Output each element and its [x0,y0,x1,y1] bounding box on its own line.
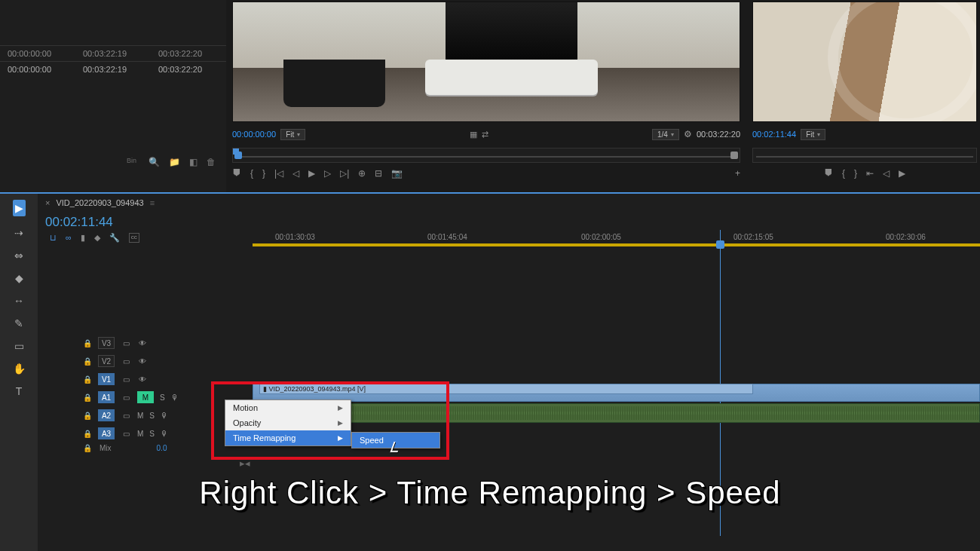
mute-button[interactable]: M [137,412,143,420]
folder-icon[interactable]: 📁 [169,157,180,167]
program-timecode[interactable]: 00:02:11:44 [752,130,796,139]
ruler-tick: 00:01:45:04 [427,233,467,241]
add-button-icon[interactable]: + [735,168,740,179]
mute-button[interactable]: M [137,430,143,438]
lock-icon[interactable]: 🔒 [83,412,92,420]
program-preview[interactable] [752,2,977,122]
overwrite-icon[interactable]: ⊟ [375,168,382,179]
eye-icon[interactable]: 👁 [137,339,148,347]
settings-icon[interactable]: ⚙ [684,129,692,139]
razor-tool-icon[interactable]: ◆ [15,272,23,284]
marker-tool-icon[interactable]: ▮ [81,233,85,243]
lock-icon[interactable]: 🔒 [83,357,92,366]
mic-icon[interactable]: 🎙 [171,393,179,402]
source-preview[interactable] [232,2,740,122]
wrench-icon[interactable]: 🔧 [109,233,120,243]
mark-in-icon[interactable]: ⛊ [824,168,833,179]
track-v2[interactable]: V2 [98,355,115,367]
overlay-icon[interactable]: ⇄ [482,130,488,139]
bracket-in-icon[interactable]: { [250,168,253,179]
step-back-icon[interactable]: ◁ [883,168,890,179]
sequence-tab[interactable]: VID_20220903_094943 [56,198,143,207]
sync-lock-icon[interactable]: ▭ [121,357,131,366]
play-icon[interactable]: ▶ [308,168,315,179]
sync-lock-icon[interactable]: ▭ [121,375,131,384]
go-to-in-icon[interactable]: |◁ [274,168,283,179]
bracket-in-icon[interactable]: { [842,168,845,179]
program-zoom-dropdown[interactable]: Fit [801,129,825,140]
lock-icon[interactable]: 🔒 [83,375,92,384]
menu-item-motion[interactable]: Motion▶ [225,400,351,415]
step-back-icon[interactable]: ◁ [292,168,299,179]
track-v1[interactable]: V1 [98,373,115,385]
bracket-out-icon[interactable]: } [854,168,857,179]
sync-lock-icon[interactable]: ▭ [121,393,131,402]
ruler-tick: 00:02:00:05 [581,233,621,241]
source-zoom-dropdown[interactable]: Fit [280,129,305,140]
bin-label: Bin [127,157,136,167]
mic-icon[interactable]: 🎙 [161,412,168,420]
trash-icon[interactable]: 🗑 [207,157,216,167]
close-tab-icon[interactable]: × [45,198,50,207]
eye-icon[interactable]: 👁 [137,375,148,384]
sync-lock-icon[interactable]: ▭ [121,339,131,347]
solo-button[interactable]: S [160,393,165,402]
time-ruler[interactable]: 00:01:30:03 00:01:45:04 00:02:00:05 00:0… [253,230,980,246]
rect-tool-icon[interactable]: ▭ [14,340,24,352]
track-a3[interactable]: A3 [98,427,115,439]
solo-button[interactable]: S [149,412,155,420]
export-frame-icon[interactable]: 📷 [391,168,403,179]
meta-cell: 00:03:22:19 [75,61,151,77]
mark-in-icon[interactable]: ⛊ [232,168,241,179]
go-to-in-icon[interactable]: ⇤ [866,168,874,179]
tab-menu-icon[interactable]: ≡ [150,198,155,207]
meta-cell: 00:03:22:20 [151,45,226,61]
insert-icon[interactable]: ⊕ [358,168,366,179]
mix-value[interactable]: 0.0 [157,444,167,452]
type-tool-icon[interactable]: T [16,385,23,397]
audio-clip[interactable] [253,403,980,423]
track-v3[interactable]: V3 [98,337,115,349]
search-icon[interactable]: 🔍 [149,157,160,167]
sync-lock-icon[interactable]: ▭ [121,430,131,438]
source-duration: 00:03:22:20 [697,130,740,139]
mic-icon[interactable]: 🎙 [161,430,168,438]
cc-icon[interactable]: cc [129,233,139,243]
marker-icon[interactable]: ◆ [94,233,100,243]
source-timecode[interactable]: 00:00:00:00 [232,130,276,139]
track-a2[interactable]: A2 [98,409,115,421]
lock-icon[interactable]: 🔒 [83,444,92,452]
selection-tool-icon[interactable]: ▶ [13,200,26,216]
sync-lock-icon[interactable]: ▭ [121,412,131,420]
go-to-out-icon[interactable]: ▷| [340,168,349,179]
play-icon[interactable]: ▶ [899,168,905,179]
step-fwd-icon[interactable]: ▷ [324,168,331,179]
source-quality-dropdown[interactable]: 1/4 [652,129,679,140]
expand-track-icon[interactable]: ▸◂ [240,458,250,469]
hand-tool-icon[interactable]: ✋ [13,363,26,375]
context-menu: Motion▶ Opacity▶ Time Remapping▶ [225,399,351,446]
source-scrub-bar[interactable] [232,148,740,163]
video-clip[interactable]: ▮ VID_20220903_094943.mp4 [V] [253,384,980,402]
lock-icon[interactable]: 🔒 [83,430,92,438]
lock-icon[interactable]: 🔒 [83,393,92,402]
menu-item-opacity[interactable]: Opacity▶ [225,415,351,430]
ripple-tool-icon[interactable]: ⇔ [14,249,23,262]
eye-icon[interactable]: 👁 [137,357,148,366]
snap-icon[interactable]: ⊔ [50,233,57,243]
timeline-playhead-timecode[interactable]: 00:02:11:44 [45,215,113,230]
slip-tool-icon[interactable]: ↔ [14,295,24,307]
bracket-out-icon[interactable]: } [262,168,265,179]
safe-margins-icon[interactable]: ▦ [470,130,477,139]
mute-button[interactable]: M [137,391,154,403]
program-monitor: 00:02:11:44 Fit ⛊ { } ⇤ ◁ ▶ [746,0,980,192]
track-select-tool-icon[interactable]: ⇢ [14,227,23,239]
solo-button[interactable]: S [149,430,155,438]
pen-tool-icon[interactable]: ✎ [14,317,23,329]
lock-icon[interactable]: 🔒 [83,339,92,347]
new-item-icon[interactable]: ◧ [189,157,198,167]
menu-item-time-remapping[interactable]: Time Remapping▶ [225,430,351,445]
track-a1[interactable]: A1 [98,391,115,403]
program-scrub-bar[interactable] [752,148,977,163]
link-icon[interactable]: ∞ [66,233,72,243]
